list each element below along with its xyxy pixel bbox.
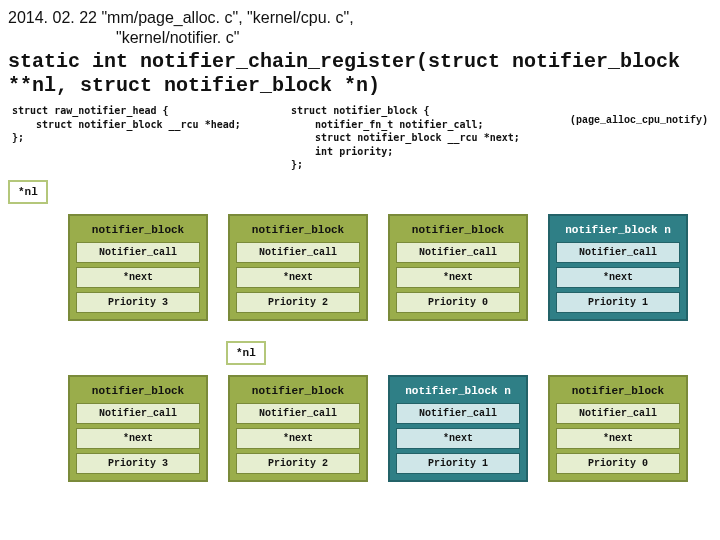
- field-priority: Priority 0: [556, 453, 680, 474]
- notifier-block: notifier_blockNotifier_call*nextPriority…: [388, 214, 528, 321]
- code-notifier-block: struct notifier_block { notifier_fn_t no…: [291, 104, 570, 172]
- block-title: notifier_block n: [396, 383, 520, 403]
- notifier-block: notifier_block nNotifier_call*nextPriori…: [548, 214, 688, 321]
- field-notifier-call: Notifier_call: [556, 242, 680, 263]
- field-next: *next: [396, 267, 520, 288]
- field-priority: Priority 3: [76, 292, 200, 313]
- field-notifier-call: Notifier_call: [236, 242, 360, 263]
- notifier-block: notifier_blockNotifier_call*nextPriority…: [228, 375, 368, 482]
- code-raw-notifier-head: struct raw_notifier_head { struct notifi…: [8, 104, 291, 145]
- field-priority: Priority 1: [396, 453, 520, 474]
- field-priority: Priority 1: [556, 292, 680, 313]
- field-next: *next: [396, 428, 520, 449]
- struct-definitions: struct raw_notifier_head { struct notifi…: [8, 104, 712, 172]
- block-title: notifier_block: [76, 383, 200, 403]
- field-next: *next: [76, 267, 200, 288]
- list-before: notifier_blockNotifier_call*nextPriority…: [8, 214, 712, 321]
- field-notifier-call: Notifier_call: [556, 403, 680, 424]
- field-notifier-call: Notifier_call: [76, 403, 200, 424]
- notifier-block: notifier_blockNotifier_call*nextPriority…: [548, 375, 688, 482]
- field-next: *next: [236, 267, 360, 288]
- notifier-block: notifier_blockNotifier_call*nextPriority…: [68, 375, 208, 482]
- notifier-block: notifier_block nNotifier_call*nextPriori…: [388, 375, 528, 482]
- field-priority: Priority 3: [76, 453, 200, 474]
- field-priority: Priority 2: [236, 453, 360, 474]
- field-next: *next: [236, 428, 360, 449]
- nl-pointer-badge-1: *nl: [8, 180, 48, 204]
- block-title: notifier_block: [76, 222, 200, 242]
- field-next: *next: [76, 428, 200, 449]
- nl-pointer-badge-2: *nl: [226, 341, 266, 365]
- field-notifier-call: Notifier_call: [396, 403, 520, 424]
- block-title: notifier_block: [396, 222, 520, 242]
- block-title: notifier_block n: [556, 222, 680, 242]
- field-notifier-call: Notifier_call: [76, 242, 200, 263]
- notifier-block: notifier_blockNotifier_call*nextPriority…: [228, 214, 368, 321]
- title-line1: 2014. 02. 22 "mm/page_alloc. c", "kernel…: [8, 8, 712, 28]
- field-priority: Priority 0: [396, 292, 520, 313]
- field-next: *next: [556, 267, 680, 288]
- notifier-block: notifier_blockNotifier_call*nextPriority…: [68, 214, 208, 321]
- field-priority: Priority 2: [236, 292, 360, 313]
- field-next: *next: [556, 428, 680, 449]
- field-notifier-call: Notifier_call: [236, 403, 360, 424]
- function-signature: static int notifier_chain_register(struc…: [8, 50, 712, 98]
- list-after: notifier_blockNotifier_call*nextPriority…: [8, 375, 712, 482]
- title-line2: "kernel/notifier. c": [8, 28, 712, 48]
- block-title: notifier_block: [236, 222, 360, 242]
- code-annotation: (page_alloc_cpu_notify): [570, 104, 712, 128]
- field-notifier-call: Notifier_call: [396, 242, 520, 263]
- block-title: notifier_block: [236, 383, 360, 403]
- block-title: notifier_block: [556, 383, 680, 403]
